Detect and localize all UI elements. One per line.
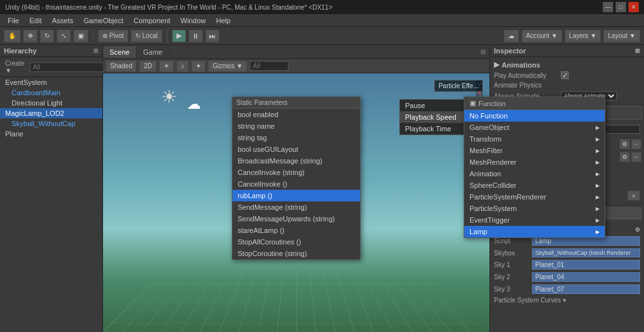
playback-time-menu-item[interactable]: Playback Time (400, 123, 469, 134)
tab-game[interactable]: Game (137, 46, 169, 58)
param-sendmessage[interactable]: SendMessage (string) (232, 201, 360, 213)
param-stopcoroutine[interactable]: StopCoroutine (string) (232, 248, 360, 259)
param-rublamp[interactable]: rubLamp () (232, 190, 360, 201)
param-string-tag[interactable]: string tag (232, 132, 360, 143)
arrow-icon: ▶ (596, 136, 600, 142)
param-bool-enabled[interactable]: bool enabled (232, 109, 360, 120)
toolbar-move-tool[interactable]: ✥ (23, 30, 37, 42)
func-meshrenderer[interactable]: MeshRenderer▶ (464, 156, 605, 168)
param-sendmessageup[interactable]: SendMessageUpwards (string) (232, 213, 360, 225)
inspector-pin: ⊞ (635, 48, 640, 54)
skybox-field[interactable]: Skyball_WithoutCap (Mesh Renderer (532, 248, 640, 257)
menu-assets[interactable]: Assets (47, 15, 79, 26)
audio-btn[interactable]: ♪ (176, 60, 189, 72)
param-stopallcoroutines[interactable]: StopAllCoroutines () (232, 236, 360, 248)
minimize-button[interactable]: — (603, 2, 613, 12)
sky2-field[interactable]: Planet_04 (532, 272, 640, 282)
toolbar-rotate-tool[interactable]: ↻ (40, 30, 54, 42)
settings-btn[interactable]: ⚙ (620, 139, 630, 149)
sky3-field[interactable]: Planet_07 (532, 284, 640, 294)
static-params-dropdown: Static Parameters bool enabled string na… (232, 97, 361, 260)
param-cancelinvoke-str[interactable]: CancelInvoke (string) (232, 167, 360, 178)
param-bool-usegui[interactable]: bool useGUILayout (232, 143, 360, 155)
func-meshfilter[interactable]: MeshFilter▶ (464, 145, 605, 156)
tree-item-eventsystem[interactable]: EventSystem (0, 77, 102, 88)
static-params-header: Static Parameters (232, 97, 360, 109)
param-string-name[interactable]: string name (232, 120, 360, 132)
func-no-function[interactable]: No Function (464, 110, 605, 122)
arrow-icon: ▶ (596, 194, 600, 200)
param-broadcast[interactable]: BroadcastMessage (string) (232, 155, 360, 167)
tree-item-skyball[interactable]: Skyball_WithoutCap (0, 118, 102, 129)
layout-button[interactable]: Layout ▼ (603, 30, 640, 42)
event-plus-btn[interactable]: + (627, 190, 640, 201)
close-button[interactable]: ✕ (629, 2, 639, 12)
arrow-icon: ▶ (596, 148, 600, 154)
hierarchy-title: Hierarchy (4, 47, 37, 55)
func-gameobject[interactable]: GameObject▶ (464, 122, 605, 133)
func-animation[interactable]: Animation▶ (464, 168, 605, 180)
pause-menu-item[interactable]: Pause (400, 100, 469, 111)
scene-tabs: Scene Game ⊞ (103, 45, 489, 59)
sky1-field[interactable]: Planet_01 (532, 260, 640, 270)
menu-window[interactable]: Window (175, 15, 211, 26)
func-lamp[interactable]: Lamp▶ (464, 226, 605, 237)
func-particlesystem[interactable]: ParticleSystem▶ (464, 203, 605, 214)
maximize-button[interactable]: □ (616, 2, 626, 12)
play-button[interactable]: ▶ (172, 30, 186, 42)
shading-btn[interactable]: Shaded (106, 60, 137, 72)
inspector-header: Inspector ⊞ (490, 45, 644, 57)
func-spherecollider[interactable]: SphereCollider▶ (464, 180, 605, 191)
particle-label: Particle Effe... (434, 80, 483, 92)
menu-edit[interactable]: Edit (24, 15, 47, 26)
pivot-button[interactable]: ⊕ Pivot (98, 30, 128, 42)
menu-file[interactable]: File (3, 15, 24, 26)
func-transform[interactable]: Transform▶ (464, 133, 605, 145)
tree-item-directionallight[interactable]: Directional Light (0, 98, 102, 108)
function-icon: ▣ (469, 99, 476, 107)
expand-icon: ▶ (494, 60, 499, 69)
tree-item-magiclamp[interactable]: MagicLamp_LOD2 (0, 108, 102, 118)
gizmos-btn[interactable]: Gizmos ▼ (208, 60, 247, 72)
animate-physics-label: Animate Physics (494, 82, 558, 89)
particle-curves-row: Particle System Curves ▾ (494, 295, 640, 305)
center-area: Scene Game ⊞ Shaded 2D ☀ ♪ ✦ Gizmos ▼ ☀ … (103, 45, 489, 332)
step-button[interactable]: ⏭ (205, 30, 220, 42)
toolbar-hand-tool[interactable]: ✋ (4, 30, 21, 42)
menu-gameobject[interactable]: GameObject (79, 15, 129, 26)
cloud-button[interactable]: ☁ (504, 30, 519, 42)
layers-button[interactable]: Layers ▼ (565, 30, 601, 42)
title-text: Unity (64bit) - thisaintascene.unity - T… (5, 4, 332, 11)
hierarchy-create-btn[interactable]: Create ▼ (3, 59, 27, 75)
pause-button[interactable]: ⏸ (189, 30, 203, 42)
func-eventtrigger[interactable]: EventTrigger▶ (464, 214, 605, 226)
tree-item-cardboardmain[interactable]: CardboardMain (0, 88, 102, 98)
tree-item-plane[interactable]: Plane (0, 129, 102, 139)
func-particlesystemrenderer[interactable]: ParticleSystemRenderer▶ (464, 191, 605, 203)
hierarchy-panel: Hierarchy ⊞ Create ▼ EventSystem Cardboa… (0, 45, 103, 332)
minus-btn-2[interactable]: − (631, 152, 641, 162)
menu-help[interactable]: Help (211, 15, 236, 26)
toolbar-scale-tool[interactable]: ⤡ (57, 30, 71, 42)
menu-component[interactable]: Component (128, 15, 175, 26)
local-button[interactable]: ↻ Local (131, 30, 162, 42)
param-cancelinvoke[interactable]: CancelInvoke () (232, 178, 360, 190)
title-bar: Unity (64bit) - thisaintascene.unity - T… (0, 0, 644, 14)
script-label: Script (494, 237, 529, 244)
fx-btn[interactable]: ✦ (191, 60, 205, 72)
hierarchy-pin: ⊞ (93, 48, 99, 54)
play-auto-checkbox[interactable]: ✓ (561, 71, 569, 79)
param-stareatlamp[interactable]: stareAtLamp () (232, 225, 360, 236)
settings-btn-2[interactable]: ⚙ (620, 152, 630, 162)
tab-scene[interactable]: Scene (103, 46, 137, 58)
minus-btn[interactable]: − (631, 139, 641, 149)
sky1-row: Sky 1 Planet_01 (494, 259, 640, 271)
account-button[interactable]: Account ▼ (522, 30, 562, 42)
playback-speed-menu-item[interactable]: Playback Speed (400, 111, 469, 123)
scene-search-input[interactable] (250, 61, 289, 71)
toolbar-rect-tool[interactable]: ▣ (73, 30, 88, 42)
2d-btn[interactable]: 2D (139, 60, 156, 72)
menu-bar: File Edit Assets GameObject Component Wi… (0, 14, 644, 27)
light-btn[interactable]: ☀ (159, 60, 174, 72)
animations-header[interactable]: ▶ Animations (494, 59, 640, 70)
